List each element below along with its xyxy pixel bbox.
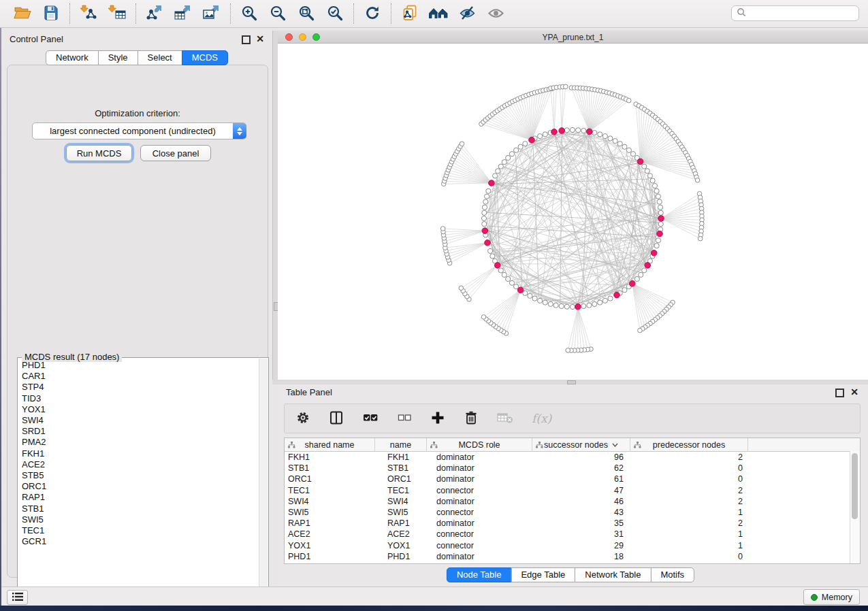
search-input[interactable]	[746, 8, 854, 19]
mcds-node[interactable]	[658, 216, 664, 222]
mcds-result-item[interactable]: CAR1	[18, 371, 259, 382]
table-settings-button[interactable]	[295, 410, 310, 427]
network-node[interactable]	[654, 244, 659, 248]
export-table-button[interactable]	[174, 4, 193, 23]
mcds-result-item[interactable]: PHD1	[18, 360, 259, 371]
network-node[interactable]	[642, 164, 647, 169]
zoom-fit-button[interactable]	[297, 4, 316, 23]
hide-selected-button[interactable]	[457, 4, 477, 23]
mcds-result-item[interactable]: RAP1	[18, 492, 259, 503]
mcds-node[interactable]	[485, 240, 491, 246]
tab-motifs[interactable]: Motifs	[650, 567, 694, 582]
network-node[interactable]	[645, 169, 649, 174]
network-node[interactable]	[581, 303, 586, 308]
network-node[interactable]	[564, 128, 569, 133]
mcds-node[interactable]	[489, 180, 495, 186]
network-node[interactable]	[509, 280, 514, 285]
network-node[interactable]	[592, 301, 597, 306]
close-panel-button[interactable]: Close panel	[140, 145, 211, 161]
mcds-result-item[interactable]: STP4	[18, 382, 259, 393]
network-node[interactable]	[642, 268, 647, 273]
show-all-button[interactable]	[486, 4, 505, 23]
mcds-node[interactable]	[651, 250, 657, 257]
network-node[interactable]	[548, 301, 553, 306]
network-node[interactable]	[496, 169, 500, 174]
column-header-shared-name[interactable]: shared name	[285, 438, 375, 451]
horizontal-split-divider[interactable]	[272, 380, 868, 384]
network-node[interactable]	[652, 184, 657, 188]
network-node[interactable]	[656, 194, 660, 199]
network-node[interactable]	[482, 222, 487, 227]
network-node[interactable]	[502, 160, 507, 165]
import-table-button[interactable]	[108, 4, 127, 23]
network-node[interactable]	[543, 300, 547, 305]
float-window-icon[interactable]	[242, 35, 251, 44]
mcds-result-item[interactable]: TEC1	[18, 525, 259, 536]
network-node[interactable]	[592, 131, 597, 135]
mcds-node[interactable]	[559, 128, 565, 134]
network-node[interactable]	[602, 134, 607, 139]
zoom-selected-button[interactable]	[325, 4, 344, 23]
table-row[interactable]: ACE2ACE2connector311	[285, 529, 860, 540]
mcds-node[interactable]	[517, 287, 524, 293]
leaf-node[interactable]	[698, 236, 703, 241]
network-node[interactable]	[570, 127, 575, 132]
network-node[interactable]	[608, 136, 613, 141]
delete-column-button[interactable]	[464, 410, 479, 427]
network-node[interactable]	[483, 199, 488, 204]
list-scrollbar[interactable]	[259, 359, 268, 605]
network-node[interactable]	[498, 164, 503, 169]
open-session-button[interactable]	[13, 4, 32, 23]
mcds-node[interactable]	[529, 137, 535, 143]
network-node[interactable]	[514, 148, 519, 152]
network-node[interactable]	[587, 303, 592, 308]
select-all-button[interactable]	[362, 410, 379, 427]
network-node[interactable]	[493, 174, 498, 178]
network-node[interactable]	[485, 194, 489, 199]
table-row[interactable]: YOX1YOX1connector291	[285, 540, 860, 551]
network-node[interactable]	[630, 152, 635, 156]
add-column-button[interactable]	[430, 410, 445, 427]
mcds-result-item[interactable]: STB1	[18, 503, 259, 514]
save-session-button[interactable]	[42, 4, 61, 23]
mcds-node[interactable]	[657, 231, 663, 237]
network-node[interactable]	[570, 304, 575, 309]
network-node[interactable]	[523, 142, 528, 146]
table-row[interactable]: PHD1PHD1dominator180	[285, 551, 860, 562]
network-node[interactable]	[581, 128, 586, 133]
network-node[interactable]	[509, 152, 514, 156]
network-node[interactable]	[657, 199, 662, 204]
tab-node-table[interactable]: Node Table	[447, 567, 512, 582]
network-node[interactable]	[626, 148, 631, 152]
run-mcds-button[interactable]: Run MCDS	[66, 145, 132, 161]
export-network-button[interactable]	[145, 4, 164, 23]
network-window-titlebar[interactable]: YPA_prune.txt_1	[278, 31, 868, 44]
mcds-node[interactable]	[614, 292, 620, 298]
tab-mcds[interactable]: MCDS	[182, 50, 228, 65]
network-view-canvas[interactable]	[278, 44, 868, 380]
import-network-button[interactable]	[79, 4, 98, 23]
close-panel-icon[interactable]: ✕	[850, 389, 858, 395]
network-node[interactable]	[486, 188, 491, 193]
mcds-result-item[interactable]: SRD1	[18, 426, 259, 437]
table-row[interactable]: SWI5SWI5connector431	[285, 507, 860, 518]
network-node[interactable]	[506, 155, 511, 160]
network-node[interactable]	[654, 188, 659, 193]
float-window-icon[interactable]	[835, 389, 844, 397]
network-node[interactable]	[490, 254, 495, 259]
split-panel-button[interactable]	[329, 410, 344, 427]
network-node[interactable]	[538, 134, 543, 139]
mcds-result-item[interactable]: PMA2	[18, 437, 259, 448]
network-graph[interactable]	[278, 44, 868, 380]
mcds-node[interactable]	[637, 159, 643, 165]
mcds-node[interactable]	[482, 228, 488, 234]
leaf-node[interactable]	[460, 142, 464, 146]
mcds-node[interactable]	[575, 304, 581, 310]
network-node[interactable]	[622, 144, 627, 149]
network-node[interactable]	[553, 303, 558, 308]
network-node[interactable]	[622, 288, 627, 293]
mcds-result-item[interactable]: SWI5	[18, 514, 259, 525]
network-node[interactable]	[656, 238, 660, 243]
close-panel-icon[interactable]: ✕	[256, 36, 264, 42]
network-node[interactable]	[598, 132, 602, 137]
